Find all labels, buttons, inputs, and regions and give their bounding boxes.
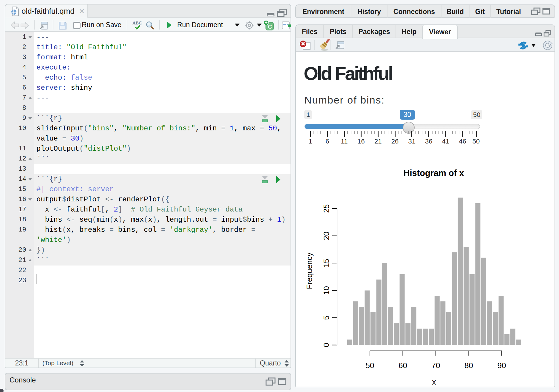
svg-text:10: 10: [322, 286, 331, 295]
svg-text:0: 0: [322, 343, 331, 347]
svg-text:25: 25: [322, 204, 331, 213]
svg-text:C: C: [268, 24, 272, 30]
svg-text:60: 60: [399, 361, 407, 370]
svg-text:Histogram of x: Histogram of x: [403, 168, 464, 178]
svg-text:20: 20: [322, 232, 331, 240]
svg-text:x: x: [432, 377, 436, 386]
svg-text:90: 90: [498, 361, 506, 370]
svg-text:ABC: ABC: [132, 21, 142, 25]
svg-text:15: 15: [322, 259, 331, 268]
svg-text:80: 80: [464, 361, 473, 370]
svg-text:70: 70: [432, 361, 440, 370]
svg-text:50: 50: [366, 361, 374, 370]
svg-text:Frequency: Frequency: [305, 253, 314, 289]
svg-text:5: 5: [322, 316, 331, 320]
